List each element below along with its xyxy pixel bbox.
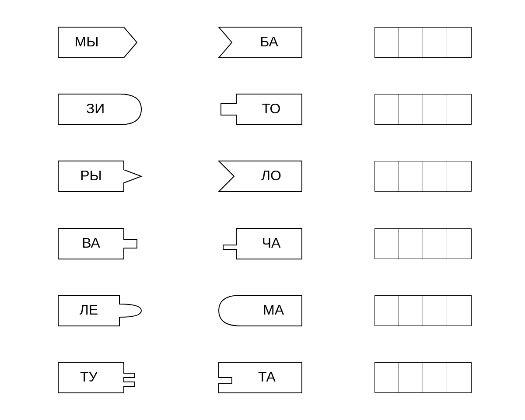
answer-r2-b2[interactable] [399, 94, 423, 125]
answer-r6-b3[interactable] [423, 363, 447, 393]
answer-r2-b3[interactable] [423, 94, 447, 125]
cell-r6-answer [343, 344, 503, 411]
cell-r3-center: ЛО [182, 143, 343, 210]
shape-tu: ТУ [54, 358, 150, 397]
label-va: ВА [82, 235, 101, 251]
answer-r3-b2[interactable] [399, 161, 423, 192]
answer-r3 [374, 161, 472, 192]
answer-r4-b1[interactable] [375, 229, 399, 259]
cell-r4-answer [343, 210, 503, 277]
cell-r3-left: РЫ [22, 143, 182, 210]
answer-r5-b2[interactable] [399, 296, 423, 326]
cell-r5-answer [343, 277, 503, 344]
cell-r6-left: ТУ [22, 344, 182, 411]
cell-r2-left: ЗИ [22, 76, 182, 143]
answer-r1-b4[interactable] [447, 28, 471, 58]
cell-r4-left: ВА [22, 210, 182, 277]
answer-r1-b1[interactable] [375, 28, 399, 58]
cell-r5-left: ЛЕ [22, 277, 182, 344]
cell-r3-answer [343, 143, 503, 210]
shape-ry: РЫ [54, 157, 150, 196]
answer-r3-b3[interactable] [423, 161, 447, 192]
label-ry: РЫ [80, 168, 102, 183]
answer-r5-b1[interactable] [375, 296, 399, 326]
answer-r3-b1[interactable] [375, 161, 399, 192]
label-my: МЫ [75, 34, 99, 49]
answer-r6-b1[interactable] [375, 363, 399, 393]
shape-zi: ЗИ [54, 90, 150, 129]
shape-my: МЫ [54, 23, 150, 62]
cell-r2-center: ТО [182, 76, 343, 143]
cell-r4-center: ЧА [182, 210, 343, 277]
cell-r2-answer [343, 76, 503, 143]
shape-ma: МА [214, 291, 311, 330]
answer-r5-b4[interactable] [447, 296, 471, 326]
answer-r6-b2[interactable] [399, 363, 423, 393]
label-ma: МА [263, 302, 284, 318]
answer-r4 [374, 228, 472, 259]
shape-ba: БА [214, 23, 311, 62]
cell-r5-center: МА [182, 277, 343, 344]
label-tu: ТУ [80, 369, 98, 385]
answer-r2 [374, 94, 472, 125]
shape-to: ТО [214, 90, 311, 129]
main-grid: МЫ БА ЗИ ТО [22, 9, 503, 411]
shape-cha: ЧА [214, 224, 311, 263]
answer-r6 [374, 362, 472, 393]
label-to: ТО [262, 101, 280, 116]
cell-r1-left: МЫ [22, 9, 182, 76]
label-lo: ЛО [261, 168, 281, 183]
label-ba: БА [260, 34, 278, 49]
answer-r1-b3[interactable] [423, 28, 447, 58]
shape-va: ВА [54, 224, 150, 263]
answer-r6-b4[interactable] [447, 363, 471, 393]
cell-r6-center: ТА [182, 344, 343, 411]
label-le: ЛЕ [80, 302, 98, 318]
answer-r4-b2[interactable] [399, 229, 423, 259]
cell-r1-center: БА [182, 9, 343, 76]
answer-r1 [374, 27, 472, 58]
answer-r3-b4[interactable] [447, 161, 471, 192]
cell-r1-answer [343, 9, 503, 76]
shape-lo: ЛО [214, 157, 311, 196]
answer-r2-b1[interactable] [375, 94, 399, 125]
answer-r4-b4[interactable] [447, 229, 471, 259]
answer-r4-b3[interactable] [423, 229, 447, 259]
answer-r5 [374, 295, 472, 326]
shape-ta: ТА [214, 358, 311, 397]
answer-r5-b3[interactable] [423, 296, 447, 326]
answer-r1-b2[interactable] [399, 28, 423, 58]
label-zi: ЗИ [86, 101, 105, 116]
answer-r2-b4[interactable] [447, 94, 471, 125]
shape-le: ЛЕ [54, 291, 150, 330]
label-ta: ТА [258, 369, 276, 385]
label-cha: ЧА [262, 235, 281, 251]
